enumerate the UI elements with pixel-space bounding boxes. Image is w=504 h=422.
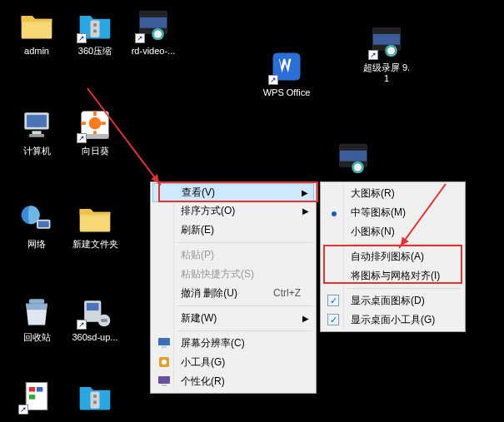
svg-rect-17 xyxy=(29,134,44,137)
context-menu-item[interactable]: 排序方式(O)▶ xyxy=(152,201,314,221)
view-submenu-item[interactable]: ✓显示桌面图标(D) xyxy=(322,291,463,310)
desktop-icon-wps[interactable]: ↗WPS Office xyxy=(262,48,312,98)
checkbox-icon: ✓ xyxy=(327,295,339,306)
shortcut-overlay-icon: ↗ xyxy=(135,33,145,43)
desktop-icon-label: 360sd-up... xyxy=(70,332,120,343)
menu-item-label: 粘贴快捷方式(S) xyxy=(181,268,254,280)
svg-rect-41 xyxy=(29,395,35,400)
menu-item-label: 排序方式(O) xyxy=(181,205,235,216)
menu-item-label: 小工具(G) xyxy=(181,356,225,368)
desktop-icon-recycle[interactable]: 回收站 xyxy=(12,293,62,343)
display-icon xyxy=(157,336,171,350)
svg-rect-42 xyxy=(91,392,100,409)
video-icon: ↗ xyxy=(368,23,405,60)
desktop-icon-360sd[interactable]: ↗360sd-up... xyxy=(70,293,120,343)
context-menu-item[interactable]: 刷新(E) xyxy=(152,221,314,240)
menu-item-label: 撤消 删除(U) xyxy=(181,287,237,299)
video-icon: ↗ xyxy=(135,7,172,43)
shortcut-overlay-icon: ↗ xyxy=(268,75,278,85)
context-menu-item[interactable]: 撤消 删除(U)Ctrl+Z xyxy=(152,284,314,303)
svg-rect-4 xyxy=(140,12,167,17)
zip-icon: ↗ xyxy=(77,7,113,43)
svg-rect-16 xyxy=(32,131,42,134)
folder-icon xyxy=(77,200,113,236)
desktop-icon-clapper[interactable] xyxy=(328,140,378,179)
desktop-context-menu: 查看(V)▶排序方式(O)▶刷新(E)粘贴(P)粘贴快捷方式(S)撤消 删除(U… xyxy=(150,181,317,394)
menu-item-label: 中等图标(M) xyxy=(351,206,406,218)
menu-item-label: 大图标(R) xyxy=(351,187,395,199)
desktop-icon-network[interactable]: 网络 xyxy=(12,200,62,250)
context-menu-item[interactable]: 个性化(R) xyxy=(152,372,314,391)
submenu-arrow-icon: ▶ xyxy=(302,201,309,221)
svg-rect-32 xyxy=(38,221,49,227)
svg-rect-35 xyxy=(87,303,99,310)
wps-icon: ↗ xyxy=(268,48,305,85)
desktop-icon-sunflower[interactable]: ↗向日葵 xyxy=(70,107,120,156)
desktop-icon-zip2[interactable] xyxy=(70,378,120,417)
menu-item-label: 显示桌面小工具(G) xyxy=(351,314,435,325)
view-submenu: 大图标(R)中等图标(M)小图标(N)自动排列图标(A)将图标与网格对齐(I)✓… xyxy=(320,181,466,332)
desktop-icon-unknown[interactable]: ↗ xyxy=(12,378,62,417)
shortcut-overlay-icon: ↗ xyxy=(77,33,87,43)
svg-rect-22 xyxy=(82,122,87,125)
desktop-icon-360zip[interactable]: ↗360压缩 xyxy=(70,7,120,57)
menu-item-label: 新建(W) xyxy=(181,312,217,324)
svg-rect-20 xyxy=(93,112,97,117)
view-submenu-item[interactable]: ✓显示桌面小工具(G) xyxy=(322,310,463,330)
video-icon xyxy=(335,140,372,176)
svg-rect-1 xyxy=(93,23,97,27)
view-submenu-item[interactable]: 自动排列图标(A) xyxy=(322,247,463,266)
svg-point-48 xyxy=(162,360,167,365)
setup-icon: ↗ xyxy=(77,293,113,330)
shortcut-overlay-icon: ↗ xyxy=(77,133,87,143)
gadget-icon xyxy=(157,355,171,369)
desktop-icon-label: 回收站 xyxy=(12,332,62,343)
view-submenu-item[interactable]: 将图标与网格对齐(I) xyxy=(322,266,463,285)
checkbox-icon: ✓ xyxy=(327,314,339,325)
sun-icon: ↗ xyxy=(77,107,113,143)
svg-rect-15 xyxy=(27,115,47,127)
menu-item-label: 粘贴(P) xyxy=(181,249,214,261)
personal-icon xyxy=(157,375,171,388)
menu-separator xyxy=(347,288,462,289)
view-submenu-item[interactable]: 中等图标(M) xyxy=(322,203,463,222)
menu-item-label: 自动排列图标(A) xyxy=(351,251,424,262)
svg-rect-50 xyxy=(162,385,167,386)
folder-icon xyxy=(18,7,55,43)
context-menu-item: 粘贴(P) xyxy=(152,246,314,265)
menu-separator xyxy=(177,305,312,306)
desktop-icon-computer[interactable]: 计算机 xyxy=(12,107,62,156)
svg-rect-26 xyxy=(340,145,367,151)
computer-icon xyxy=(18,107,55,143)
desktop-icon-recorder[interactable]: ↗超级录屏 9.1 xyxy=(362,23,412,84)
view-submenu-item[interactable]: 小图标(N) xyxy=(322,222,463,241)
svg-rect-2 xyxy=(93,30,97,33)
menu-item-shortcut: Ctrl+Z xyxy=(273,284,301,303)
menu-separator xyxy=(177,330,312,331)
desktop-icon-label: 向日葵 xyxy=(70,146,120,156)
context-menu-item: 粘贴快捷方式(S) xyxy=(152,265,314,284)
context-menu-item[interactable]: 屏幕分辨率(C) xyxy=(152,334,314,353)
submenu-arrow-icon: ▶ xyxy=(302,184,308,201)
menu-item-label: 将图标与网格对齐(I) xyxy=(351,270,440,281)
desktop-icon-label: 网络 xyxy=(12,239,62,250)
svg-rect-10 xyxy=(373,28,401,34)
radio-dot-icon xyxy=(327,203,341,222)
svg-rect-45 xyxy=(158,338,170,345)
desktop-icon-admin[interactable]: admin xyxy=(12,7,62,57)
desktop-icon-rdvideo[interactable]: ↗rd-video-... xyxy=(128,7,178,57)
submenu-arrow-icon: ▶ xyxy=(302,309,309,328)
context-menu-item[interactable]: 新建(W)▶ xyxy=(152,309,314,328)
svg-rect-44 xyxy=(93,401,97,405)
shortcut-overlay-icon: ↗ xyxy=(368,50,378,60)
recycle-icon xyxy=(18,293,55,330)
context-menu-item[interactable]: 查看(V)▶ xyxy=(152,183,314,202)
desktop-icon-newfolder[interactable]: 新建文件夹 xyxy=(70,200,120,250)
desktop-icon-label: admin xyxy=(12,46,62,57)
menu-item-label: 显示桌面图标(D) xyxy=(351,295,425,306)
shortcut-overlay-icon: ↗ xyxy=(18,405,28,415)
svg-rect-33 xyxy=(29,299,44,304)
desktop-icon-label: WPS Office xyxy=(262,87,312,98)
context-menu-item[interactable]: 小工具(G) xyxy=(152,353,314,372)
svg-point-19 xyxy=(89,117,102,130)
